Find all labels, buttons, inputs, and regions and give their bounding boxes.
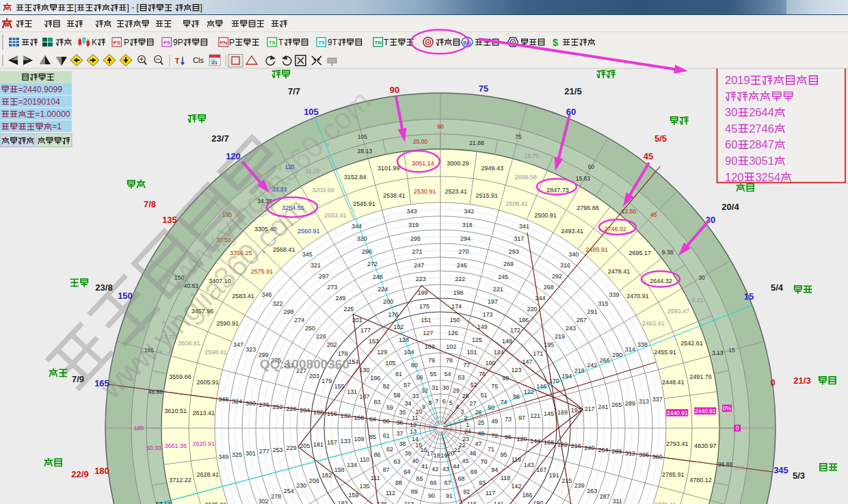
svg-text:45: 45 (650, 211, 657, 218)
svg-text:132: 132 (341, 412, 351, 419)
svg-text:27: 27 (470, 400, 477, 407)
svg-text:121: 121 (530, 412, 540, 419)
svg-text:64: 64 (403, 468, 410, 475)
svg-text:133: 133 (341, 438, 351, 445)
svg-text:347: 347 (233, 341, 243, 348)
svg-text:5/5: 5/5 (654, 133, 667, 144)
svg-text:228: 228 (286, 406, 296, 412)
svg-text:53.13: 53.13 (156, 501, 171, 504)
svg-text:230: 230 (296, 482, 306, 489)
svg-text:90: 90 (390, 85, 399, 95)
svg-text:105: 105 (358, 133, 367, 140)
svg-text:75: 75 (515, 133, 522, 140)
svg-text:135: 135 (359, 483, 369, 490)
svg-text:102: 102 (446, 343, 456, 350)
svg-text:2455.91: 2455.91 (654, 349, 676, 356)
svg-text:T9: T9 (318, 40, 325, 46)
svg-text:104: 104 (404, 349, 414, 356)
svg-text:63: 63 (393, 458, 400, 465)
svg-text:2545.91: 2545.91 (353, 200, 375, 207)
svg-text:60: 60 (725, 138, 737, 150)
svg-text:118: 118 (501, 475, 510, 481)
svg-text:151: 151 (421, 317, 432, 323)
svg-text:2898.58: 2898.58 (514, 174, 537, 181)
svg-text:338: 338 (637, 341, 648, 348)
svg-text:319: 319 (408, 222, 419, 228)
svg-text:166: 166 (522, 492, 532, 499)
svg-text:81: 81 (395, 371, 402, 377)
svg-text:250: 250 (305, 325, 315, 332)
svg-text:22/9: 22/9 (71, 469, 88, 479)
svg-text:341: 341 (519, 223, 529, 230)
svg-text:PN: PN (220, 40, 227, 46)
svg-text:2583.41: 2583.41 (232, 293, 254, 300)
svg-text:0: 0 (770, 377, 775, 388)
svg-text:71: 71 (488, 446, 494, 453)
svg-text:]: ] (200, 3, 202, 12)
svg-text:192: 192 (557, 441, 568, 448)
svg-text:344: 344 (352, 223, 362, 230)
svg-text:3712.22: 3712.22 (169, 477, 191, 483)
svg-text:195: 195 (544, 341, 554, 348)
svg-text:117: 117 (486, 490, 495, 496)
svg-text:15: 15 (728, 347, 735, 354)
svg-text:15: 15 (744, 291, 754, 302)
svg-text:43: 43 (442, 466, 449, 473)
svg-text:45: 45 (644, 151, 653, 161)
svg-text:135: 135 (162, 215, 177, 225)
svg-text:119: 119 (512, 456, 521, 463)
svg-text:247: 247 (414, 262, 424, 269)
svg-text:2019: 2019 (725, 74, 750, 86)
svg-text:180: 180 (313, 409, 323, 416)
svg-text:183: 183 (338, 500, 348, 504)
svg-text:291: 291 (587, 308, 598, 315)
svg-text:2485.91: 2485.91 (586, 246, 609, 253)
svg-text:2847: 2847 (749, 138, 774, 150)
svg-text:PS: PS (113, 40, 120, 46)
svg-text:2560.91: 2560.91 (297, 228, 320, 235)
svg-text:168: 168 (544, 439, 554, 446)
svg-text:TN: TN (374, 40, 382, 46)
svg-text:297: 297 (319, 273, 329, 280)
svg-text:107: 107 (360, 393, 370, 400)
svg-text:316: 316 (560, 262, 570, 269)
svg-text:69: 69 (471, 468, 477, 475)
svg-text:28: 28 (462, 393, 468, 399)
svg-text:32: 32 (421, 387, 428, 394)
svg-text:293: 293 (509, 248, 519, 255)
svg-text:177: 177 (360, 327, 371, 334)
svg-text:205: 205 (300, 442, 310, 449)
svg-text:2620.91: 2620.91 (192, 440, 215, 447)
svg-text:113: 113 (404, 501, 414, 504)
svg-text:298: 298 (283, 308, 293, 315)
svg-text:2785.91: 2785.91 (662, 471, 685, 478)
svg-text:34: 34 (404, 400, 411, 407)
svg-text:2695.17: 2695.17 (628, 250, 651, 256)
svg-text:254: 254 (284, 488, 294, 494)
svg-text:180: 180 (134, 425, 144, 432)
svg-text:99: 99 (502, 375, 509, 382)
svg-text:33: 33 (412, 393, 419, 399)
svg-text:171: 171 (533, 350, 543, 357)
svg-text:323: 323 (246, 346, 256, 353)
svg-text:2553.41: 2553.41 (324, 212, 347, 219)
svg-text:144: 144 (530, 438, 540, 445)
svg-text:21/5: 21/5 (564, 86, 581, 96)
svg-text:270: 270 (458, 248, 468, 255)
svg-text:206: 206 (309, 477, 319, 484)
svg-text:98: 98 (513, 393, 520, 400)
svg-text:318: 318 (462, 222, 473, 228)
svg-text:170: 170 (549, 377, 559, 384)
svg-text:221: 221 (493, 286, 503, 293)
svg-text:264: 264 (598, 447, 608, 453)
svg-text:116: 116 (467, 501, 477, 504)
svg-text:2440.91: 2440.91 (667, 410, 688, 416)
svg-text:2538.41: 2538.41 (383, 192, 406, 199)
svg-text:12: 12 (410, 421, 416, 428)
svg-text:20/4: 20/4 (721, 202, 739, 212)
svg-text:165: 165 (94, 378, 109, 388)
svg-text:345: 345 (302, 251, 313, 258)
svg-text:272: 272 (367, 261, 377, 267)
svg-text:110: 110 (360, 456, 369, 463)
svg-text:300: 300 (246, 400, 256, 407)
